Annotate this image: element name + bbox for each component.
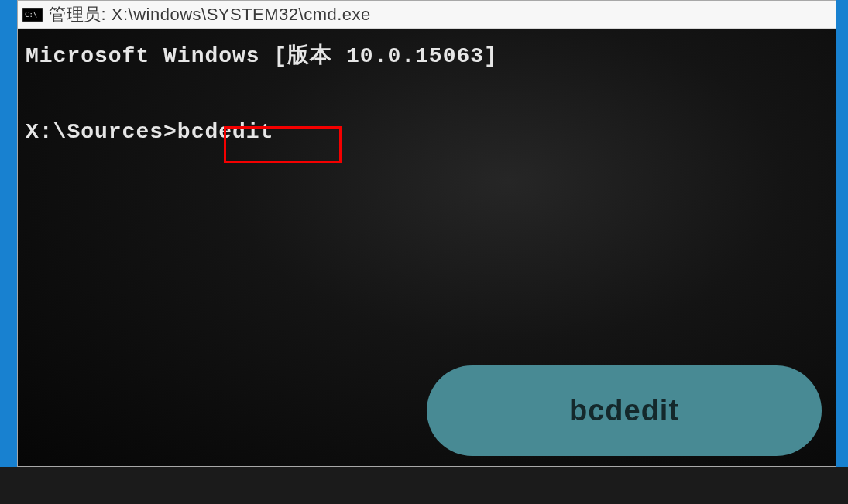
titlebar[interactable]: C:\ 管理员: X:\windows\SYSTEM32\cmd.exe (18, 1, 836, 29)
bottom-bar (0, 467, 848, 504)
cmd-icon: C:\ (22, 8, 43, 22)
callout-bubble: bcdedit (427, 365, 822, 456)
command-text: bcdedit (177, 120, 274, 144)
prompt-text: X:\Sources> (26, 120, 177, 144)
console-body[interactable]: Microsoft Windows [版本 10.0.15063] X:\Sou… (18, 29, 836, 466)
title-path: X:\windows\SYSTEM32\cmd.exe (112, 5, 371, 24)
title-prefix: 管理员: (49, 5, 106, 24)
cmd-window: C:\ 管理员: X:\windows\SYSTEM32\cmd.exe Mic… (17, 0, 836, 467)
callout-label: bcdedit (569, 394, 679, 427)
version-line: Microsoft Windows [版本 10.0.15063] (26, 41, 828, 72)
svg-text:C:\: C:\ (25, 11, 37, 19)
window-title: 管理员: X:\windows\SYSTEM32\cmd.exe (49, 3, 371, 26)
prompt-line: X:\Sources>bcdedit (26, 117, 828, 148)
